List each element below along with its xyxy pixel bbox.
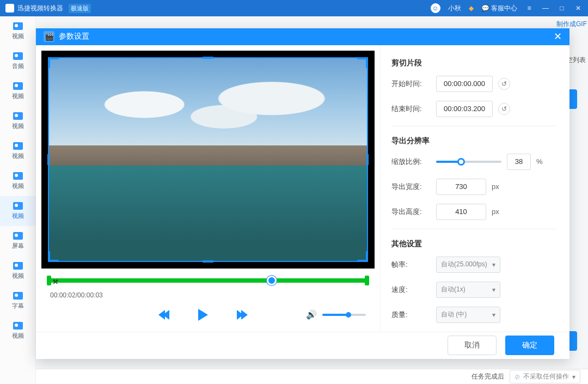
sidebar-item-1[interactable]: 音频 [0,46,35,76]
sidebar-icon [13,292,23,300]
sidebar-item-label: 视频 [12,122,24,130]
sidebar-icon [13,112,23,120]
crop-handle-bl[interactable] [48,251,59,262]
titlebar: 迅捷视频转换器 极速版 ☺ 小秋 ◆ 💬 客服中心 ≡ — □ ✕ [0,0,588,16]
sidebar-item-label: 字幕 [12,302,24,310]
sidebar-item-label: 屏幕 [12,242,24,250]
crop-handle-tl[interactable] [48,57,59,68]
after-task-select[interactable]: ⊘ 不采取任何操作 ▾ [510,370,580,383]
sidebar-item-10[interactable]: 视频 [0,316,35,346]
quality-value: 自动 (中) [441,310,467,319]
speed-select[interactable]: 自动(1x)▾ [436,282,500,298]
sidebar-item-8[interactable]: 视频 [0,256,35,286]
bottom-bar: 任务完成后 ⊘ 不采取任何操作 ▾ [36,369,588,384]
start-time-input[interactable] [436,76,493,92]
sidebar-item-label: 视频 [12,32,24,40]
menu-icon[interactable]: ≡ [525,4,534,12]
user-name[interactable]: 小秋 [448,4,461,13]
modal-header: 🎬 参数设置 ✕ [36,28,569,45]
support-label: 客服中心 [491,4,517,12]
scale-label: 缩放比例: [391,157,431,167]
crop-handle-t[interactable] [203,57,213,59]
support-link[interactable]: 💬 客服中心 [481,4,517,13]
speed-label: 速度: [391,285,431,295]
width-input[interactable] [436,179,486,195]
quality-select[interactable]: 自动 (中)▾ [436,307,500,323]
scale-slider[interactable] [436,161,501,163]
sidebar: 视频 音频 视频 视频 视频 视频 视频 屏幕 视频 字幕 视频 [0,16,36,384]
scale-thumb[interactable] [457,158,465,166]
ok-button[interactable]: 确定 [505,336,554,355]
crop-handle-br[interactable] [357,251,368,262]
time-current: 00:00:02 [50,291,76,299]
end-time-input[interactable] [436,101,493,117]
modal-title: 参数设置 [59,32,89,41]
sidebar-icon [13,232,23,240]
fps-select[interactable]: 自动(25.000fps)▾ [436,257,500,273]
video-preview[interactable] [41,51,375,269]
cancel-button[interactable]: 取消 [448,336,497,355]
sidebar-item-5[interactable]: 视频 [0,166,35,196]
crop-handle-l[interactable] [47,154,50,165]
chevron-down-icon: ▾ [572,373,575,381]
sidebar-item-9[interactable]: 字幕 [0,286,35,316]
sidebar-item-label: 视频 [12,92,24,100]
modal-close-icon[interactable]: ✕ [554,31,562,42]
sidebar-item-3[interactable]: 视频 [0,106,35,136]
height-label: 导出高度: [391,207,431,217]
settings-pane: 剪切片段 开始时间: ↺ 结束时间: ↺ 导出分辨率 缩放比例: % [380,45,569,332]
chevron-down-icon: ▾ [492,261,495,269]
sidebar-icon [13,262,23,270]
sidebar-icon [13,172,23,180]
app-name: 迅捷视频转换器 [17,4,63,13]
maximize-icon[interactable]: □ [558,4,566,12]
sidebar-item-6[interactable]: 视频 [0,196,35,226]
speed-value: 自动(1x) [441,285,465,294]
volume-icon[interactable]: 🔊 [306,309,317,320]
chat-icon: 💬 [481,4,489,12]
end-time-reset-icon[interactable]: ↺ [498,103,510,115]
play-button[interactable] [197,309,209,321]
end-time-label: 结束时间: [391,104,431,114]
scale-unit: % [536,157,549,166]
volume-thumb[interactable] [346,312,351,318]
start-time-reset-icon[interactable]: ↺ [498,78,510,90]
after-task-value: 不采取任何操作 [523,372,569,381]
sidebar-item-0[interactable]: 视频 [0,16,35,46]
user-avatar-icon[interactable]: ☺ [431,3,440,13]
scale-value-input[interactable] [507,154,531,170]
sidebar-item-2[interactable]: 视频 [0,76,35,106]
seek-back-button[interactable] [159,309,171,321]
sidebar-icon [13,142,23,150]
section-res-title: 导出分辨率 [391,136,555,146]
volume-slider[interactable] [322,314,366,316]
sidebar-icon [13,322,23,330]
app-logo-icon [5,4,14,13]
sidebar-icon [13,22,23,30]
sidebar-item-label: 视频 [12,212,24,220]
preview-pane: ⤱ 00:00:02/00:00:03 🔊 [36,45,380,332]
minimize-icon[interactable]: — [541,4,550,12]
seek-forward-button[interactable] [235,309,247,321]
vip-icon[interactable]: ◆ [469,4,474,12]
width-label: 导出宽度: [391,182,431,192]
crop-handle-tr[interactable] [357,57,368,68]
crop-handle-b[interactable] [203,260,213,263]
modal-logo-icon: 🎬 [44,31,54,42]
sidebar-icon [13,52,23,60]
no-action-icon: ⊘ [514,373,520,381]
sidebar-item-4[interactable]: 视频 [0,136,35,166]
trim-thumb[interactable] [267,276,277,285]
crop-frame[interactable] [48,57,368,262]
sidebar-icon [13,202,23,210]
fps-label: 帧率: [391,260,431,270]
chevron-down-icon: ▾ [492,286,495,294]
chevron-down-icon: ▾ [492,311,495,319]
sidebar-icon [13,82,23,90]
sidebar-item-7[interactable]: 屏幕 [0,226,35,256]
crop-handle-r[interactable] [366,154,369,165]
playback-controls: 🔊 [41,299,375,321]
close-window-icon[interactable]: ✕ [574,4,583,12]
trim-slider[interactable]: ⤱ [41,269,375,288]
height-input[interactable] [436,204,486,220]
